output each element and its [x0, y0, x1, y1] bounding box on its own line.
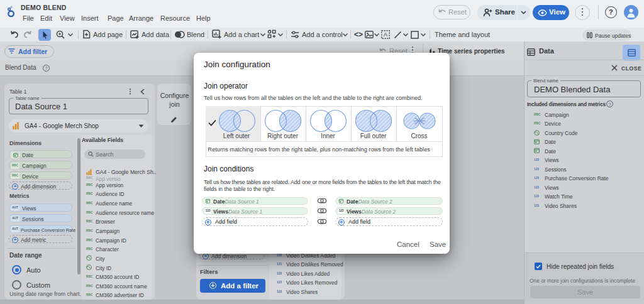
svg-text:A: A — [384, 31, 388, 38]
